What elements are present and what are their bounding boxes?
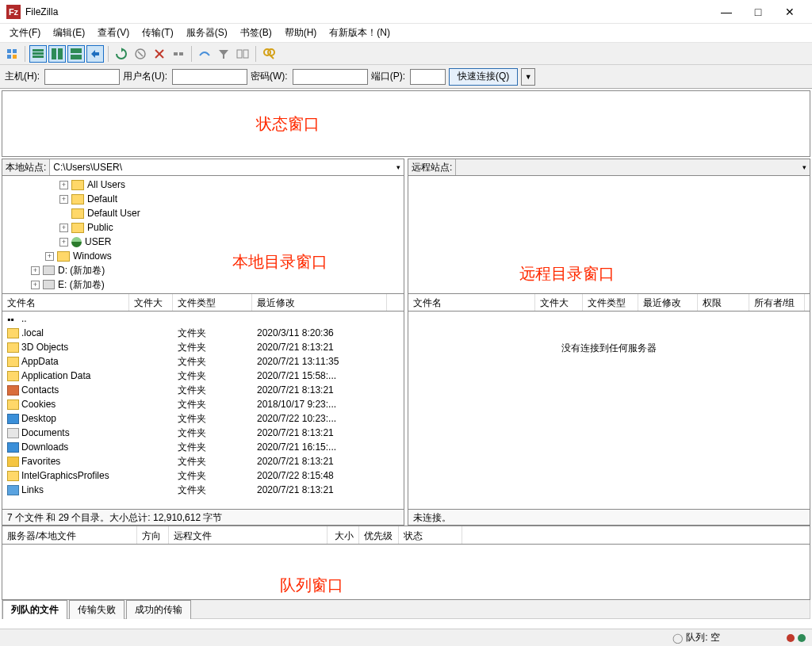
file-row[interactable]: IntelGraphicsProfiles文件夹2020/7/22 8:15:4…	[2, 468, 404, 483]
svg-rect-9	[71, 48, 82, 53]
file-type: 文件夹	[173, 455, 252, 468]
queue-body[interactable]: 队列窗口	[2, 545, 810, 600]
reconnect-button[interactable]	[196, 45, 213, 63]
menu-item[interactable]: 文件(F)	[3, 24, 47, 42]
remote-file-list-header[interactable]: 文件名文件大小文件类型最近修改权限所有者/组	[408, 294, 810, 312]
toggle-log-button[interactable]	[29, 45, 47, 63]
expander-icon[interactable]: +	[59, 181, 68, 189]
toggle-queue-button[interactable]	[67, 45, 85, 63]
tree-node[interactable]: Default User	[2, 206, 404, 220]
local-file-list-header[interactable]: 文件名文件大小文件类型最近修改	[2, 294, 404, 312]
file-row[interactable]: Desktop文件夹2020/7/22 10:23:...	[2, 411, 404, 426]
column-header[interactable]: 文件名	[2, 294, 129, 311]
file-name: 3D Objects	[21, 342, 68, 353]
svg-rect-8	[58, 48, 63, 59]
column-header[interactable]: 最近修改	[252, 294, 387, 311]
file-row[interactable]: Documents文件夹2020/7/21 8:13:21	[2, 426, 404, 440]
menu-item[interactable]: 传输(T)	[136, 24, 179, 42]
file-name: .local	[21, 327, 44, 338]
remote-file-list[interactable]: 没有连接到任何服务器	[408, 312, 810, 510]
message-log[interactable]: 状态窗口	[2, 90, 810, 157]
port-input[interactable]	[410, 69, 446, 85]
host-input[interactable]	[44, 69, 120, 85]
expander-icon[interactable]: +	[59, 195, 68, 204]
column-header[interactable]: 所有者/组	[749, 294, 805, 311]
file-modified: 2020/7/21 15:58:...	[252, 370, 387, 381]
site-manager-button[interactable]	[3, 45, 21, 63]
quickconnect-button[interactable]: 快速连接(Q)	[449, 68, 518, 86]
queue-tab[interactable]: 成功的传输	[126, 600, 191, 619]
expander-icon[interactable]: +	[59, 238, 68, 247]
menu-item[interactable]: 书签(B)	[234, 24, 278, 42]
menu-item[interactable]: 编辑(E)	[47, 24, 91, 42]
file-row[interactable]: Contacts文件夹2020/7/21 8:13:21	[2, 383, 404, 397]
expander-icon[interactable]: +	[45, 252, 54, 261]
expander-icon[interactable]: +	[31, 281, 40, 289]
password-input[interactable]	[293, 69, 368, 85]
close-button[interactable]: ✕	[774, 1, 806, 23]
file-row[interactable]: 3D Objects文件夹2020/7/21 8:13:21	[2, 340, 404, 354]
file-row[interactable]: Application Data文件夹2020/7/21 15:58:...	[2, 369, 404, 383]
column-header[interactable]: 权限	[698, 294, 749, 311]
remote-directory-tree[interactable]: 远程目录窗口	[408, 176, 810, 294]
cancel-button[interactable]	[151, 45, 168, 63]
toggle-tree-button[interactable]	[48, 45, 66, 63]
file-row[interactable]: .local文件夹2020/3/11 8:20:36	[2, 326, 404, 340]
filter-button[interactable]	[215, 45, 232, 63]
process-queue-button[interactable]	[132, 45, 149, 63]
local-directory-tree[interactable]: 本地目录窗口 +All Users+DefaultDefault User+Pu…	[2, 176, 404, 294]
tree-node[interactable]: +Default	[2, 192, 404, 206]
local-file-list[interactable]: ▪▪...local文件夹2020/3/11 8:20:363D Objects…	[2, 312, 404, 510]
tree-node[interactable]: +Public	[2, 220, 404, 235]
remote-path-combo[interactable]: ▾	[455, 159, 810, 175]
column-header[interactable]: 远程文件	[169, 526, 327, 544]
user-input[interactable]	[172, 69, 247, 85]
search-button[interactable]	[260, 45, 278, 63]
file-row[interactable]: Cookies文件夹2018/10/17 9:23:...	[2, 397, 404, 411]
sync-browse-button[interactable]	[86, 45, 104, 63]
column-header[interactable]: 最近修改	[638, 294, 698, 311]
tree-node[interactable]: +D: (新加卷)	[2, 263, 404, 277]
file-modified: 2020/7/21 8:13:21	[252, 384, 387, 396]
minimize-button[interactable]: —	[710, 1, 742, 23]
menu-item[interactable]: 服务器(S)	[180, 24, 234, 42]
refresh-button[interactable]	[113, 45, 130, 63]
file-row[interactable]: ▪▪..	[2, 312, 404, 326]
column-header[interactable]: 状态	[399, 526, 462, 544]
menu-item[interactable]: 有新版本！(N)	[323, 24, 396, 42]
queue-tabs: 列队的文件传输失败成功的传输	[2, 600, 810, 619]
file-row[interactable]: AppData文件夹2020/7/21 13:11:35	[2, 354, 404, 369]
compare-button[interactable]	[234, 45, 251, 63]
queue-tab[interactable]: 列队的文件	[2, 600, 67, 619]
file-row[interactable]: Links文件夹2020/7/21 8:13:21	[2, 483, 404, 497]
disconnect-button[interactable]	[170, 45, 187, 63]
column-header[interactable]: 文件名	[408, 294, 535, 311]
file-row[interactable]: Downloads文件夹2020/7/21 16:15:...	[2, 440, 404, 454]
maximize-button[interactable]: □	[742, 1, 774, 23]
queue-tab[interactable]: 传输失败	[69, 600, 124, 619]
menu-item[interactable]: 帮助(H)	[278, 24, 324, 42]
expander-icon[interactable]: +	[59, 224, 68, 232]
tree-node[interactable]: +E: (新加卷)	[2, 277, 404, 292]
column-header[interactable]: 大小	[327, 526, 359, 544]
column-header[interactable]: 优先级	[359, 526, 399, 544]
file-row[interactable]: Favorites文件夹2020/7/21 8:13:21	[2, 454, 404, 468]
tree-node[interactable]: +F: (新加卷)	[2, 292, 404, 294]
menu-item[interactable]: 查看(V)	[91, 24, 136, 42]
tree-node[interactable]: +Windows	[2, 249, 404, 263]
remote-empty-message: 没有连接到任何服务器	[561, 342, 657, 355]
folder-icon	[7, 342, 19, 353]
column-header[interactable]: 文件大小	[535, 294, 583, 311]
tree-node[interactable]: +USER	[2, 235, 404, 249]
tree-node[interactable]: +All Users	[2, 178, 404, 192]
column-header[interactable]: 文件类型	[583, 294, 638, 311]
local-path-combo[interactable]: C:\Users\USER\▾	[49, 159, 404, 175]
queue-header[interactable]: 服务器/本地文件方向远程文件大小优先级状态	[2, 526, 810, 545]
column-header[interactable]: 方向	[137, 526, 169, 544]
file-name: Contacts	[21, 384, 59, 396]
column-header[interactable]: 文件大小	[129, 294, 173, 311]
expander-icon[interactable]: +	[31, 266, 40, 275]
column-header[interactable]: 文件类型	[173, 294, 252, 311]
quickconnect-history-dropdown[interactable]: ▼	[521, 68, 535, 86]
column-header[interactable]: 服务器/本地文件	[2, 526, 137, 544]
